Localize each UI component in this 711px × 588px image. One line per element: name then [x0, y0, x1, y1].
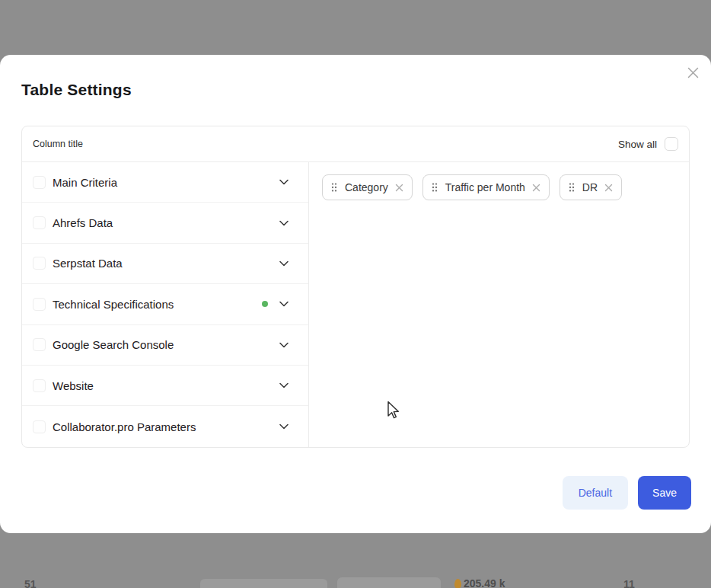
panel-header: Column title Show all	[22, 126, 689, 162]
chevron-down-icon[interactable]	[278, 176, 290, 188]
chip-label: Category	[345, 181, 388, 193]
drag-handle-icon[interactable]	[569, 182, 575, 193]
ghost-pill	[337, 577, 441, 588]
table-settings-modal: Table Settings Column title Show all Mai…	[0, 55, 711, 533]
column-chip-category[interactable]: Category	[322, 174, 413, 200]
group-checkbox[interactable]	[33, 176, 46, 189]
ghost-pill	[200, 579, 327, 588]
column-group-list: Main Criteria Ahrefs Data Serpstat Data …	[22, 162, 309, 447]
group-checkbox[interactable]	[33, 298, 46, 311]
column-chip-traffic-per-month[interactable]: Traffic per Month	[422, 174, 550, 200]
modal-footer: Default Save	[563, 476, 691, 510]
dimmed-background-table: 51 205.49 k 11	[0, 576, 711, 588]
chevron-down-icon[interactable]	[278, 257, 290, 270]
group-checkbox[interactable]	[33, 379, 46, 392]
group-label: Main Criteria	[53, 176, 278, 189]
group-checkbox[interactable]	[33, 216, 46, 229]
group-label: Google Search Console	[53, 338, 278, 351]
panel-body: Main Criteria Ahrefs Data Serpstat Data …	[22, 162, 689, 447]
ghost-metric-right: 11	[623, 578, 635, 588]
group-row-ahrefs-data[interactable]: Ahrefs Data	[22, 203, 308, 243]
show-all-label: Show all	[618, 139, 657, 150]
group-row-serpstat-data[interactable]: Serpstat Data	[22, 244, 308, 284]
group-label: Ahrefs Data	[53, 216, 278, 229]
chip-label: Traffic per Month	[445, 181, 525, 193]
group-row-main-criteria[interactable]: Main Criteria	[22, 162, 308, 203]
group-row-google-search-console[interactable]: Google Search Console	[22, 325, 308, 366]
group-label: Website	[53, 379, 278, 392]
default-button[interactable]: Default	[563, 476, 628, 510]
close-icon[interactable]	[684, 64, 701, 81]
panel-header-title: Column title	[33, 139, 83, 149]
selected-columns-area: Category Traffic per Month	[309, 162, 689, 447]
group-row-website[interactable]: Website	[22, 366, 308, 406]
remove-chip-icon[interactable]	[395, 184, 403, 192]
group-checkbox[interactable]	[33, 338, 46, 351]
group-row-collaborator-pro-parameters[interactable]: Collaborator.pro Parameters	[22, 406, 308, 446]
group-label: Collaborator.pro Parameters	[53, 420, 278, 433]
chevron-down-icon[interactable]	[278, 217, 290, 229]
save-button[interactable]: Save	[638, 476, 691, 510]
drag-handle-icon[interactable]	[432, 182, 438, 193]
group-row-technical-specifications[interactable]: Technical Specifications	[22, 284, 308, 324]
flame-icon	[454, 579, 461, 588]
group-label: Serpstat Data	[53, 257, 278, 270]
ghost-traffic-metric: 205.49 k	[454, 577, 505, 588]
show-all-toggle[interactable]: Show all	[618, 137, 678, 151]
chevron-down-icon[interactable]	[278, 379, 290, 391]
chevron-down-icon[interactable]	[278, 420, 290, 433]
column-chip-dr[interactable]: DR	[560, 174, 622, 200]
modal-title: Table Settings	[21, 81, 132, 99]
active-columns-dot	[262, 301, 268, 307]
chip-label: DR	[582, 181, 598, 193]
column-settings-panel: Column title Show all Main Criteria Ahre…	[21, 126, 690, 448]
ghost-metric-left: 51	[24, 578, 37, 588]
remove-chip-icon[interactable]	[532, 184, 540, 192]
group-label: Technical Specifications	[53, 298, 262, 311]
show-all-checkbox[interactable]	[665, 137, 678, 151]
group-checkbox[interactable]	[33, 420, 46, 433]
remove-chip-icon[interactable]	[604, 184, 613, 192]
drag-handle-icon[interactable]	[331, 182, 337, 193]
group-checkbox[interactable]	[33, 257, 46, 270]
chevron-down-icon[interactable]	[278, 339, 290, 351]
chevron-down-icon[interactable]	[278, 298, 290, 310]
